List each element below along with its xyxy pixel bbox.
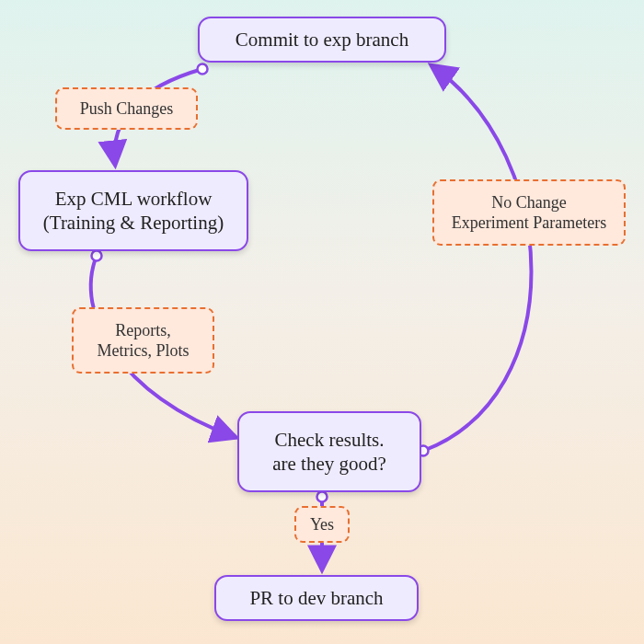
node-cml-text: Exp CML workflow(Training & Reporting) xyxy=(43,187,224,236)
node-pr: PR to dev branch xyxy=(214,575,419,621)
label-nochange-text: No ChangeExperiment Parameters xyxy=(452,192,606,234)
label-nochange: No ChangeExperiment Parameters xyxy=(432,179,626,246)
node-commit-text: Commit to exp branch xyxy=(236,28,408,52)
node-cml: Exp CML workflow(Training & Reporting) xyxy=(18,170,248,251)
node-check: Check results.are they good? xyxy=(237,411,421,492)
svg-point-0 xyxy=(198,64,208,75)
label-push-changes-text: Push Changes xyxy=(80,98,174,120)
label-yes-text: Yes xyxy=(310,514,334,535)
node-pr-text: PR to dev branch xyxy=(249,586,383,610)
svg-point-1 xyxy=(92,251,102,261)
label-push-changes: Push Changes xyxy=(55,87,198,130)
node-commit: Commit to exp branch xyxy=(198,17,446,63)
svg-point-3 xyxy=(317,492,328,502)
label-yes: Yes xyxy=(294,506,350,543)
arrow-check-to-commit xyxy=(423,66,532,451)
label-reports-text: Reports,Metrics, Plots xyxy=(97,320,189,362)
label-reports: Reports,Metrics, Plots xyxy=(72,307,214,374)
node-check-text: Check results.are they good? xyxy=(272,428,386,477)
flowchart-canvas: Commit to exp branch Exp CML workflow(Tr… xyxy=(0,0,644,644)
